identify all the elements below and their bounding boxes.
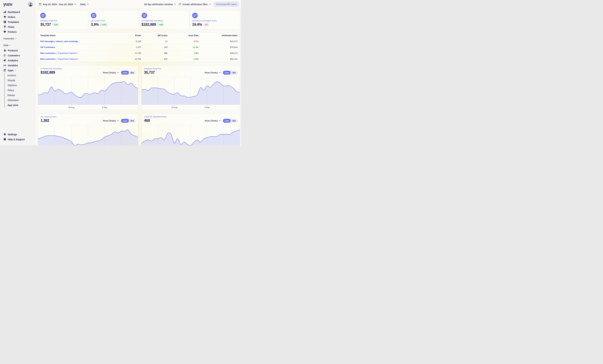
chevron-down-icon	[87, 4, 89, 5]
cart-icon	[3, 16, 6, 18]
tag-icon	[179, 3, 181, 5]
template-name-link[interactable]: Gift messages, returns, and exchange	[40, 40, 116, 43]
sidebar-item-shipstation[interactable]: Shipstation	[7, 98, 35, 102]
sidebar-item-shopify[interactable]: Shopify	[7, 78, 35, 83]
prints-cell: 8,129	[116, 40, 141, 43]
qr-scans-cell: 12	[141, 40, 167, 43]
sidebar-item-printers[interactable]: Printers	[0, 29, 35, 34]
chevron-down-icon	[219, 72, 220, 73]
sidebar-item-analytics[interactable]: Analytics	[0, 58, 35, 63]
chart-label: ORDERS PRINTED	[144, 68, 238, 70]
sidebar-item-label: Settings	[8, 133, 17, 136]
kpi-card-qr-scan-rate: QR SCAN RATE 3.9% +0.8%	[89, 11, 139, 29]
layout-icon	[3, 21, 6, 23]
download-pdf-button[interactable]: Download PDF report	[214, 2, 239, 7]
sidebar-item-orders[interactable]: Orders	[0, 14, 35, 19]
sidebar-item-label: Templates	[8, 21, 19, 23]
sidebar-item-help[interactable]: ? Help & Support	[0, 137, 35, 142]
prints-cell: 12,751	[116, 58, 141, 60]
sidebar-item-app-store[interactable]: App store	[7, 102, 35, 108]
series-dropdown[interactable]: None (Totals)	[205, 120, 220, 122]
attribution-window-dropdown[interactable]: 60 day attribution window	[144, 3, 176, 6]
granularity-label: Daily	[80, 3, 86, 6]
scan-rate-cell: 5.0%	[167, 58, 198, 60]
gear-icon	[3, 133, 6, 136]
sidebar-footer: Settings ? Help & Support	[0, 132, 35, 142]
user-avatar[interactable]	[28, 2, 33, 7]
template-name-link[interactable]: New customers > Experiment Variant A	[40, 52, 116, 54]
template-name-link[interactable]: VIP Customers	[40, 46, 116, 48]
help-circle-icon: ?	[3, 138, 6, 141]
avatar-photo	[28, 2, 33, 7]
kpi-delta-badge: +15%	[157, 23, 164, 26]
template-name-link[interactable]: New customers > Experiment Variant B	[40, 58, 116, 60]
sidebar-item-customers[interactable]: Customers	[0, 53, 35, 58]
favourites-section-toggle[interactable]: Favourites ▾	[0, 36, 35, 41]
funnel-icon	[3, 26, 6, 28]
chart-type-toggle: Line Bar	[223, 119, 238, 123]
chart-card-attributed-revenue: ATTRIBUTED REVENUE $182,889 None (Totals…	[38, 65, 138, 110]
col-header-qr-scans: QR Scans	[141, 34, 167, 37]
kpi-label: RETURN CUSTOMER RATE	[192, 20, 238, 22]
sidebar-item-label: Customers	[8, 54, 20, 57]
series-dropdown[interactable]: None (Totals)	[103, 71, 119, 74]
axis-tick	[104, 105, 105, 106]
sidebar-item-label: Invoices	[7, 74, 16, 77]
col-header-prints: Prints	[116, 34, 141, 37]
sidebar-item-products[interactable]: Products	[0, 48, 35, 53]
axis-tick	[174, 105, 174, 106]
table-row: New customers > Experiment Variant A 12,…	[38, 50, 240, 56]
qr-scans-cell: 642	[141, 58, 167, 60]
qr-scans-cell: 240	[141, 46, 167, 48]
template-name-rest: > Experiment Variant B	[56, 58, 78, 60]
bar-toggle-button[interactable]: Bar	[129, 119, 136, 123]
kpi-value: 35,737	[40, 22, 51, 27]
attributed-sales-cell: $78,814	[198, 46, 238, 48]
series-dropdown-label: None (Totals)	[205, 71, 218, 74]
sidebar-item-dashboard[interactable]: Dashboard	[0, 10, 35, 14]
sidebar-item-shiphero[interactable]: Shiphero	[7, 83, 35, 88]
kpi-delta-badge: +0.8%	[100, 23, 108, 26]
templates-table: Template Name Prints QR Scans Scan Rate …	[38, 32, 240, 62]
line-toggle-button[interactable]: Line	[121, 119, 129, 123]
bar-toggle-button[interactable]: Bar	[129, 71, 136, 75]
series-dropdown-label: None (Totals)	[103, 120, 116, 122]
scan-rate-cell: 0.1%	[167, 40, 198, 43]
granularity-dropdown[interactable]: Daily	[80, 3, 89, 6]
sidebar-item-invoices[interactable]: Invoices	[7, 73, 35, 78]
line-toggle-button[interactable]: Line	[223, 71, 231, 75]
template-name-bold: New customers	[40, 58, 56, 60]
chart-label: ATTRIBUTED REVENUE	[41, 68, 136, 70]
sidebar-item-rebuy[interactable]: Rebuy	[7, 88, 35, 93]
bar-toggle-button[interactable]: Bar	[231, 71, 238, 75]
sidebar-item-variables[interactable]: (x) Variables	[0, 63, 35, 68]
sidebar-item-settings[interactable]: Settings	[0, 132, 35, 137]
series-dropdown[interactable]: None (Totals)	[103, 120, 119, 122]
kpi-value: $182,889	[141, 22, 156, 27]
axis-label: 8 Sep	[102, 106, 107, 109]
sidebar-item-templates[interactable]: Templates	[0, 19, 35, 24]
kpi-label: ATTRIBUTED REVENUE	[141, 20, 187, 22]
table-row: New customers > Experiment Variant B 12,…	[38, 56, 240, 62]
chart-x-axis: 29 Aug 8 Sep	[141, 105, 240, 110]
chart-label: QR CODE SCANS	[41, 116, 136, 118]
create-attribution-filter[interactable]: Create attribution filter	[179, 3, 211, 6]
bar-toggle-button[interactable]: Bar	[231, 119, 238, 123]
line-toggle-button[interactable]: Line	[223, 119, 231, 123]
table-row: Gift messages, returns, and exchange 8,1…	[38, 38, 240, 44]
series-dropdown[interactable]: None (Totals)	[205, 71, 220, 74]
data-section-toggle[interactable]: Data ▾	[0, 43, 35, 48]
axis-label: 8 Sep	[205, 106, 210, 109]
chart-type-toggle: Line Bar	[223, 71, 238, 75]
qr-scans-cell: 488	[141, 52, 167, 54]
table-header-row: Template Name Prints QR Scans Scan Rate …	[38, 33, 240, 38]
sidebar-item-klaviyo[interactable]: Klaviyo	[7, 93, 35, 98]
date-range-picker[interactable]: Aug 19, 2025 - Sep 18, 2025	[39, 3, 76, 6]
caret-down-icon: ▾	[15, 38, 16, 39]
favourites-label: Favourites	[3, 37, 14, 40]
line-toggle-button[interactable]: Line	[121, 71, 129, 75]
kpi-delta-badge: -2%	[203, 23, 209, 26]
sidebar-item-apps[interactable]: Apps ▾	[0, 68, 35, 73]
repeat-icon	[192, 13, 198, 18]
sidebar-item-flows[interactable]: Flows	[0, 24, 35, 29]
